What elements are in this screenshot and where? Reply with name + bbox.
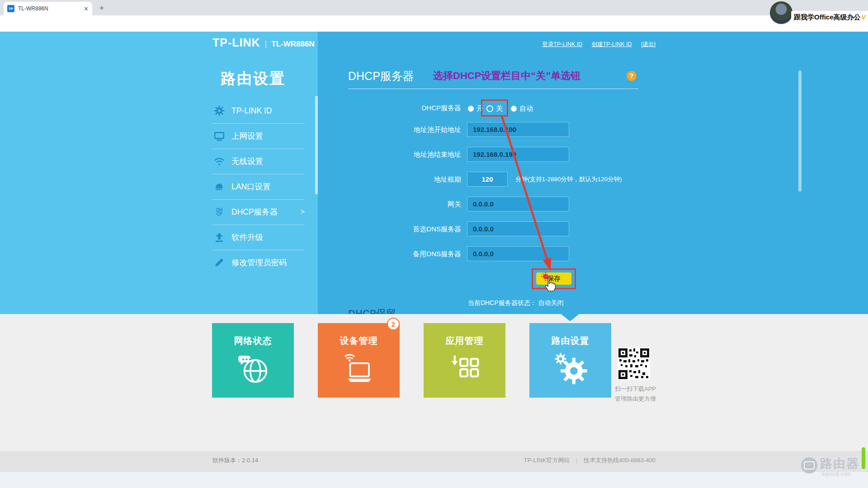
content-scrollbar[interactable] [798,70,802,192]
device-count-badge: 2 [387,318,400,330]
gateway-input[interactable] [467,197,569,211]
account-links: 登录TP-LINK ID 创建TP-LINK ID [退出] [497,40,656,48]
firmware-version: 软件版本：2.0.14 [212,456,258,465]
field-label: 地址池结束地址 [316,147,461,162]
annotation-box-radio [481,99,508,117]
sidebar-item-wireless[interactable]: 无线设置 [212,149,305,174]
logout-link[interactable]: [退出] [641,41,656,47]
watermark-v-badge: V [862,14,866,21]
upload-icon [212,230,226,244]
watermark-router-sub: luyouqi.com [822,471,851,477]
watermark-avatar [769,1,793,24]
radio-circle-icon [468,106,474,112]
field-label: 网关 [316,197,461,212]
sidebar-item-dhcp[interactable]: DHCP DHCP服务器 > [212,199,305,225]
tile-network-status[interactable]: 网络状态 [212,323,294,398]
globe-chat-icon [212,351,294,386]
new-tab-button[interactable]: + [96,3,108,14]
dhcp-icon: DHCP [212,205,226,219]
brand-logo: TP-LINK | TL-WR886N [212,36,315,49]
sidebar-item-label: 上网设置 [231,131,305,141]
create-tplink-id-link[interactable]: 创建TP-LINK ID [592,41,632,47]
lease-time-input[interactable] [467,172,508,187]
chevron-right-icon: > [301,208,305,216]
lan-icon [212,180,226,193]
tutorial-annotation: 选择DHCP设置栏目中“关”单选钮 [433,69,580,83]
gear-icon [212,104,226,117]
tab-close-icon[interactable]: ✕ [84,5,89,12]
browser-toolbar: ← → ⟳ ⚠ 不安全 | 192.168.0.2 ⋮ [0,15,868,32]
browser-tab-strip: TP TL-WR886N ✕ + [0,0,868,15]
gears-icon [529,351,611,386]
lease-time-note: 分钟(支持1-2880分钟，默认为120分钟) [515,172,622,187]
sidebar-item-label: 修改管理员密码 [231,257,305,268]
monitor-icon [212,129,226,143]
tab-title: TL-WR886N [18,5,82,12]
sidebar-item-label: LAN口设置 [231,181,305,192]
login-tplink-id-link[interactable]: 登录TP-LINK ID [542,41,582,47]
tile-router-settings[interactable]: 路由设置 [529,323,611,398]
official-site-link[interactable]: TP-LINK官方网站 [524,457,570,464]
watermark-router-text: 路由器 [820,455,859,472]
field-label: 地址租期 [316,172,461,187]
sidebar-item-label: 无线设置 [231,156,305,167]
field-label: 备用DNS服务器 [316,246,461,262]
browser-tab[interactable]: TP TL-WR886N ✕ [4,2,92,15]
qr-caption-line1: 扫一扫下载APP [615,385,669,393]
pencil-icon [212,256,226,269]
page-scrollbar-thumb[interactable] [862,447,865,469]
radio-circle-icon [511,106,517,112]
active-tile-notch [561,314,579,321]
page-title: DHCP服务器 [348,69,414,84]
favicon: TP [7,5,14,12]
pool-end-input[interactable] [467,147,569,162]
primary-dns-input[interactable] [467,221,569,236]
clipped-section-heading: DHCP保留地址 [348,307,399,314]
dhcp-radio-label: DHCP服务器 [316,100,461,116]
wifi-icon [212,155,226,168]
sidebar-item-label: 软件升级 [231,232,305,243]
footer-links: TP-LINK官方网站 | 技术支持热线400-8863-400 [452,456,656,465]
laptop-wifi-icon [318,351,400,386]
pool-start-input[interactable] [467,122,569,137]
sidebar-item-admin-password[interactable]: 修改管理员密码 [212,250,305,275]
sidebar-item-lan[interactable]: LAN口设置 [212,174,305,199]
support-hotline: 技术支持热线400-8863-400 [584,457,656,464]
footer-strip [0,451,868,471]
field-label: 首选DNS服务器 [316,221,461,237]
brand-name: TP-LINK [212,36,260,49]
sidebar-item-label: TP-LINK ID [231,106,305,116]
sidebar-title: 路由设置 [199,69,307,89]
tile-device-management[interactable]: 设备管理 [318,323,400,398]
model-name: TL-WR886N [271,40,314,49]
taskbar [0,471,868,488]
annotation-box-save [532,268,576,289]
router-logo-icon: ⋯ [801,457,817,474]
sidebar-item-tplink-id[interactable]: TP-LINK ID [212,98,305,123]
screen: TP TL-WR886N ✕ + ← → ⟳ ⚠ 不安全 | 192.168.0… [0,0,868,488]
secondary-dns-input[interactable] [467,246,569,261]
sidebar-item-firmware[interactable]: 软件升级 [212,225,305,250]
sidebar-item-internet[interactable]: 上网设置 [212,123,305,149]
field-label: 地址池开始地址 [316,122,461,137]
watermark-name: 跟我学Office高级办公 [794,13,861,22]
app-grid-icon [424,351,505,386]
sidebar-item-label: DHCP服务器 [231,206,301,217]
tile-app-management[interactable]: 应用管理 [424,323,505,398]
help-icon[interactable]: ? [627,71,637,81]
radio-dhcp-auto[interactable]: 自动 [511,104,533,113]
qr-caption-line2: 管理路由更方便 [615,395,669,403]
qr-code [618,347,650,380]
dhcp-status-text: 当前DHCP服务器状态： 自动关闭 [468,299,564,307]
